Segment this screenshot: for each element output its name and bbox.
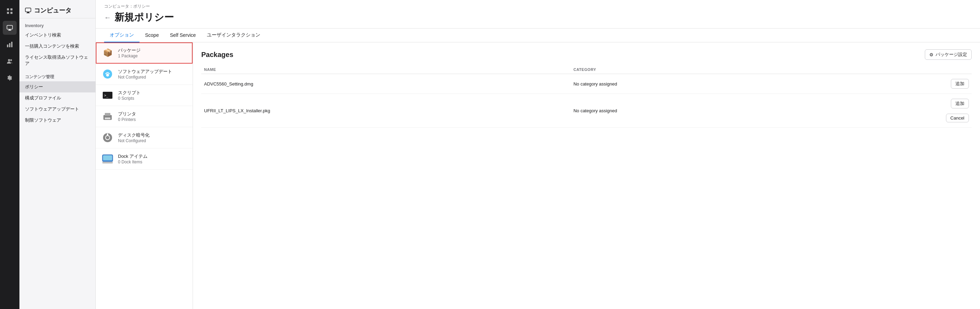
back-button[interactable]: ←: [104, 14, 111, 22]
payload-name-software-updates: ソフトウェアアップデート: [118, 69, 172, 75]
svg-rect-12: [25, 8, 31, 12]
nav-item-config-profile[interactable]: 構成プロファイル: [19, 93, 95, 104]
content-area: 📦 パッケージ 1 Package ソフトウェアアップデート: [96, 42, 980, 309]
payload-name-printers: プリンタ: [118, 111, 136, 117]
svg-rect-6: [8, 30, 11, 30]
svg-point-10: [8, 59, 10, 61]
icon-sidebar: [0, 0, 19, 309]
software-update-icon: [101, 68, 114, 80]
payload-sub-software-updates: Not Configured: [118, 75, 172, 80]
payload-text-printers: プリンタ 0 Printers: [118, 111, 136, 122]
payload-name-packages: パッケージ: [118, 47, 140, 53]
svg-rect-2: [7, 12, 9, 14]
package-actions-2: 追加 Cancel: [824, 94, 972, 128]
svg-rect-4: [7, 26, 13, 29]
disk-encryption-icon: [101, 131, 114, 144]
payload-item-disk-encryption[interactable]: ディスク暗号化 Not Configured: [96, 127, 192, 149]
svg-rect-20: [105, 113, 110, 116]
svg-rect-1: [10, 8, 13, 10]
page-title: 新規ポリシー: [115, 11, 174, 24]
package-name-2: UFRII_LT_LIPS_LX_Installer.pkg: [201, 94, 571, 128]
left-nav-title: コンピュータ: [34, 6, 72, 14]
nav-item-inventory-search[interactable]: インベントリ検索: [19, 30, 95, 41]
sidebar-icon-computer[interactable]: [3, 21, 17, 35]
svg-rect-8: [9, 43, 10, 47]
packages-title: Packages: [201, 51, 233, 59]
sidebar-icon-settings[interactable]: [3, 71, 17, 85]
table-row: UFRII_LT_LIPS_LX_Installer.pkg No catego…: [201, 94, 972, 128]
table-row: ADVC5560_Setting.dmg No category assigne…: [201, 74, 972, 94]
payload-sub-scripts: 0 Scripts: [118, 96, 140, 101]
gear-icon: ⚙: [929, 52, 934, 58]
tab-options[interactable]: オプション: [104, 29, 140, 42]
svg-rect-7: [7, 45, 8, 47]
svg-rect-26: [103, 155, 112, 160]
nav-item-restricted-software[interactable]: 制限ソフトウェア: [19, 115, 95, 126]
col-header-actions: [824, 66, 972, 74]
svg-rect-21: [105, 117, 110, 119]
payload-item-packages[interactable]: 📦 パッケージ 1 Package: [96, 42, 192, 64]
col-header-category: CATEGORY: [571, 66, 824, 74]
payload-text-software-updates: ソフトウェアアップデート Not Configured: [118, 69, 172, 80]
svg-text:>_: >_: [104, 93, 109, 98]
breadcrumb: コンピュータ：ポリシー: [96, 0, 980, 10]
payload-sub-dock-items: 0 Dock Items: [118, 160, 148, 164]
sidebar-icon-chart[interactable]: [3, 38, 17, 51]
payload-item-scripts[interactable]: >_ スクリプト 0 Scripts: [96, 85, 192, 106]
svg-point-16: [106, 74, 109, 77]
add-button-2[interactable]: 追加: [951, 99, 969, 109]
payload-text-packages: パッケージ 1 Package: [118, 47, 140, 58]
dock-items-icon: [101, 152, 114, 165]
payload-sub-disk-encryption: Not Configured: [118, 138, 150, 143]
package-icon: 📦: [101, 46, 114, 59]
payload-item-dock-items[interactable]: Dock アイテム 0 Dock Items: [96, 149, 192, 170]
page-title-bar: ← 新規ポリシー: [96, 10, 980, 29]
left-nav: コンピュータ Inventory インベントリ検索 一括購入コンテンツを検索 ラ…: [19, 0, 96, 309]
tabs-bar: オプション Scope Self Service ユーザインタラクション: [96, 29, 980, 42]
svg-rect-0: [7, 8, 9, 10]
left-nav-header: コンピュータ: [19, 0, 95, 18]
payload-panel: 📦 パッケージ 1 Package ソフトウェアアップデート: [96, 42, 193, 309]
printers-icon: [101, 110, 114, 123]
packages-settings-button[interactable]: ⚙ パッケージ設定: [925, 50, 972, 60]
svg-rect-9: [11, 42, 13, 47]
payload-name-dock-items: Dock アイテム: [118, 153, 148, 160]
nav-item-bulk-purchase[interactable]: 一括購入コンテンツを検索: [19, 41, 95, 52]
svg-rect-24: [107, 133, 108, 136]
svg-rect-13: [27, 12, 29, 13]
svg-rect-27: [102, 162, 113, 163]
scripts-icon: >_: [101, 89, 114, 101]
nav-item-policy[interactable]: ポリシー: [19, 81, 95, 93]
payload-sub-printers: 0 Printers: [118, 117, 136, 122]
payload-item-printers[interactable]: プリンタ 0 Printers: [96, 106, 192, 127]
nav-item-software-update[interactable]: ソフトウェアアップデート: [19, 104, 95, 115]
main-content: コンピュータ：ポリシー ← 新規ポリシー オプション Scope Self Se…: [96, 0, 980, 309]
packages-panel: Packages ⚙ パッケージ設定 NAME CATEGORY ADVC5: [193, 42, 980, 309]
svg-rect-3: [10, 12, 13, 14]
nav-item-licensed-software[interactable]: ライセンス取得済みソフトウェア: [19, 52, 95, 69]
payload-text-scripts: スクリプト 0 Scripts: [118, 90, 140, 101]
payload-item-software-updates[interactable]: ソフトウェアアップデート Not Configured: [96, 64, 192, 85]
cancel-button[interactable]: Cancel: [946, 114, 969, 122]
add-button-1[interactable]: 追加: [951, 79, 969, 89]
payload-name-disk-encryption: ディスク暗号化: [118, 132, 150, 138]
svg-rect-14: [26, 13, 30, 13]
package-category-2: No category assigned: [571, 94, 824, 128]
packages-header: Packages ⚙ パッケージ設定: [201, 50, 972, 60]
payload-text-dock-items: Dock アイテム 0 Dock Items: [118, 153, 148, 164]
content-mgmt-section-label: コンテンツ管理: [19, 69, 95, 81]
svg-point-11: [10, 59, 12, 61]
tab-self-service[interactable]: Self Service: [164, 29, 202, 42]
package-actions-1: 追加: [824, 74, 972, 94]
tab-user-interaction[interactable]: ユーザインタラクション: [201, 29, 266, 42]
payload-name-scripts: スクリプト: [118, 90, 140, 96]
payload-sub-packages: 1 Package: [118, 53, 140, 58]
col-header-name: NAME: [201, 66, 571, 74]
inventory-section-label: Inventory: [19, 18, 95, 30]
packages-table: NAME CATEGORY ADVC5560_Setting.dmg No ca…: [201, 66, 972, 128]
sidebar-icon-users[interactable]: [3, 54, 17, 68]
sidebar-icon-grid[interactable]: [3, 4, 17, 18]
tab-scope[interactable]: Scope: [140, 29, 164, 42]
payload-text-disk-encryption: ディスク暗号化 Not Configured: [118, 132, 150, 143]
svg-rect-5: [9, 30, 11, 30]
